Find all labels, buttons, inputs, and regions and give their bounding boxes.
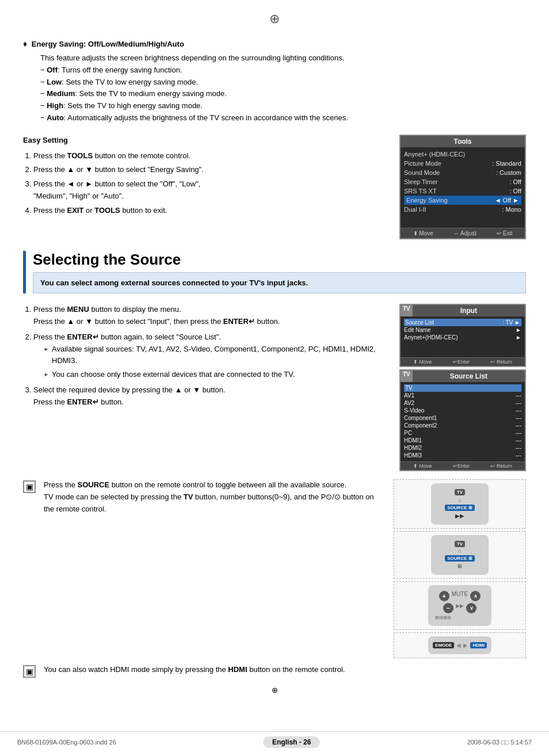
tools-value-picture: : Standard (492, 160, 521, 167)
footer-right: 2008-06-03 □□ 5:14:57 (467, 739, 532, 746)
page-container: ⊕ ♦ Energy Saving: Off/Low/Medium/High/A… (0, 0, 549, 756)
source-list-row-comp2: Component2 --- (404, 422, 521, 429)
remote-body-3: + MUTE ∧ − ▶▶ ∨ ⊞⊟⊞⊟ (428, 585, 491, 626)
energy-saving-section: ♦ Energy Saving: Off/Low/Medium/High/Aut… (23, 38, 526, 124)
source-list-value-comp1: --- (516, 415, 521, 421)
input-row-edit-name: Edit Name ► (404, 326, 521, 334)
source-list-label-hdmi1: HDMI1 (404, 437, 422, 444)
energy-item-medium: − Medium: Sets the TV to medium energy s… (40, 88, 526, 100)
input-panel: TV Input Source List : TV ► Edit Name ► … (399, 304, 526, 367)
remote-emode-btn: EMODE (433, 642, 454, 648)
source-subitem-1: Available signal sources: TV, AV1, AV2, … (44, 343, 390, 368)
source-steps: Press the MENU button to display the men… (33, 304, 390, 408)
source-list-footer-return: ↩ Return (490, 463, 512, 469)
input-value-edit: ► (516, 327, 521, 333)
page-footer: BN68-01699A-00Eng-0603.indd 26 English -… (0, 731, 549, 748)
tools-panel: Tools Anynet+ (HDMI-CEC) Picture Mode : … (399, 135, 526, 239)
source-list-value-hdmi2: --- (516, 445, 521, 451)
source-list-row-pc: PC --- (404, 429, 521, 437)
source-list-label-comp2: Component2 (404, 422, 437, 429)
tools-footer-adjust: ↔ Adjust (453, 230, 476, 236)
intro-box: You can select among external sources co… (33, 272, 526, 294)
source-note: ▣ Press the SOURCE button on the remote … (23, 479, 386, 515)
source-note-area: ▣ Press the SOURCE button on the remote … (23, 479, 526, 658)
source-list-value-svideo: --- (516, 407, 521, 414)
tools-label-picture: Picture Mode (404, 160, 441, 167)
tools-row-dual: Dual I-II : Mono (404, 205, 521, 214)
source-list-row-svideo: S-Video --- (404, 407, 521, 414)
remote-ch-up: ∧ (470, 591, 481, 601)
tools-value-srs: : Off (509, 188, 521, 194)
input-row-anynet: Anynet+(HDMI-CEC) ► (404, 334, 521, 341)
steps-panels-area: Press the MENU button to display the men… (23, 304, 526, 471)
selecting-source-section: Selecting the Source You can select amon… (23, 251, 526, 294)
easy-step-3: Press the ◄ or ► button to select the "O… (33, 178, 389, 203)
tools-panel-title: Tools (401, 136, 525, 147)
steps-text: Press the MENU button to display the men… (23, 304, 390, 411)
source-list-footer-move: ⬆ Move (413, 463, 432, 469)
easy-step-1: Press the TOOLS button on the remote con… (33, 150, 389, 162)
remote-body-4: EMODE ◀ ▶ HDMI (428, 636, 491, 654)
energy-item-auto: − Auto: Automatically adjusts the bright… (40, 112, 526, 124)
source-step-1: Press the MENU button to display the men… (33, 304, 390, 328)
energy-item-off: − Off: Turns off the energy saving funct… (40, 64, 526, 77)
tools-value-dual: : Mono (502, 206, 521, 213)
hdmi-note-icon: ▣ (23, 665, 36, 678)
remote-hdmi-btn: HDMI (470, 642, 486, 648)
source-step-3: Select the required device by pressing t… (33, 384, 390, 408)
energy-item-high: − High: Sets the TV to high energy savin… (40, 100, 526, 112)
tools-panel-footer: ⬆ Move ↔ Adjust ↩ Exit (401, 228, 525, 238)
source-list-label-av2: AV2 (404, 400, 414, 406)
input-panel-title: Input (413, 305, 525, 316)
input-value-anynet: ► (516, 334, 521, 341)
tools-label-sleep: Sleep Timer (404, 178, 438, 185)
input-footer-enter: ↵Enter (453, 359, 470, 365)
tools-panel-body: Anynet+ (HDMI-CEC) Picture Mode : Standa… (401, 147, 525, 228)
source-list-value-comp2: --- (516, 422, 521, 429)
source-list-row-hdmi1: HDMI1 --- (404, 437, 521, 444)
selecting-source-heading: Selecting the Source (33, 251, 526, 269)
tools-label-sound: Sound Mode (404, 169, 440, 176)
tools-row-sleep: Sleep Timer : Off (404, 177, 521, 186)
easy-setting-text: Easy Setting Press the TOOLS button on t… (23, 135, 389, 219)
input-panel-header: TV Input (401, 305, 525, 316)
source-list-label-comp1: Component1 (404, 415, 437, 421)
tools-footer-exit: ↩ Exit (497, 230, 512, 236)
input-value-source: : TV ► (502, 319, 520, 326)
source-list-footer-enter: ↵Enter (453, 463, 470, 469)
input-panel-body: Source List : TV ► Edit Name ► Anynet+(H… (401, 316, 525, 357)
tools-label-anynet: Anynet+ (HDMI-CEC) (404, 151, 465, 158)
footer-center: English - 26 (263, 736, 320, 748)
tools-value-sleep: : Off (509, 178, 521, 185)
energy-desc-main: This feature adjusts the screen brightne… (40, 52, 526, 64)
remote-ch-down: ∨ (466, 603, 476, 613)
source-list-label-svideo: S-Video (404, 407, 424, 414)
source-list-label-hdmi2: HDMI2 (404, 445, 422, 451)
remote-source-btn-1: SOURCE ⊞ (445, 505, 474, 511)
remote-body-1: TV ○ SOURCE ⊞ ▶▶ (431, 483, 489, 525)
input-row-source-list: Source List : TV ► (404, 319, 521, 326)
source-list-value-pc: --- (516, 430, 521, 436)
source-step-2: Press the ENTER↵ button again, to select… (33, 331, 390, 381)
energy-description: This feature adjusts the screen brightne… (40, 52, 526, 124)
source-subitem-2: You can choose only those external devic… (44, 369, 390, 381)
source-note-text: Press the SOURCE button on the remote co… (44, 479, 386, 515)
easy-setting-area: Easy Setting Press the TOOLS button on t… (23, 135, 526, 239)
tools-footer-move: ⬆ Move (413, 230, 433, 236)
hdmi-note-text: You can also watch HDMI mode simply by p… (44, 664, 526, 676)
source-list-panel-title: Source List (413, 371, 525, 382)
source-list-row-tv: TV (404, 384, 521, 392)
source-list-label-pc: PC (404, 430, 412, 436)
energy-title: Energy Saving: Off/Low/Medium/High/Auto (32, 40, 184, 48)
remote-tv-btn-2: TV (455, 541, 465, 547)
source-list-label-av1: AV1 (404, 392, 414, 399)
tv-panels-container: TV Input Source List : TV ► Edit Name ► … (399, 304, 526, 471)
source-list-tv-label: TV (401, 371, 413, 382)
source-list-value-av2: --- (516, 400, 521, 406)
tools-row-srs: SRS TS XT : Off (404, 186, 521, 196)
source-note-icon: ▣ (23, 480, 36, 493)
remote-vol-down: − (443, 603, 453, 613)
bottom-compass-icon: ⊕ (23, 686, 526, 694)
source-list-footer: ⬆ Move ↵Enter ↩ Return (401, 461, 525, 470)
source-step-2-subitems: Available signal sources: TV, AV1, AV2, … (44, 343, 390, 381)
